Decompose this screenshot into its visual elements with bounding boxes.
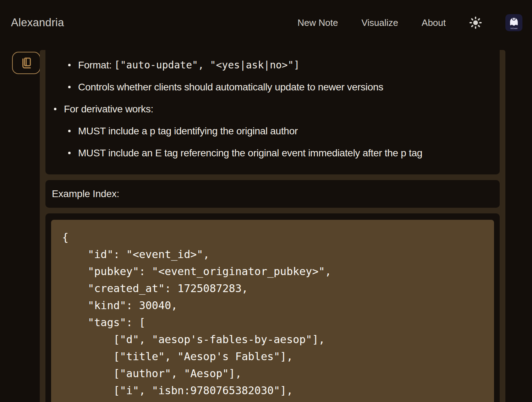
doc-card-example-label: Example Index: [45, 180, 500, 208]
code-line: "pubkey": "<event_originator_pubkey>", [62, 263, 483, 280]
nav-new-note[interactable]: New Note [297, 17, 338, 28]
list-item-text: MUST include an E tag referencing the or… [78, 147, 422, 159]
nav-visualize[interactable]: Visualize [361, 17, 398, 28]
code-line: ["title", "Aesop's Fables"], [62, 348, 483, 365]
inline-code: ["auto-update", "<yes|ask|no>"] [114, 59, 300, 71]
list-item: MUST include a p tag identifying the ori… [68, 125, 500, 137]
list-item: Controls whether clients should automati… [68, 81, 500, 93]
list-item: Format: ["auto-update", "<yes|ask|no>"] [68, 59, 500, 71]
code-line: "tags": [ [62, 314, 483, 331]
code-line: ["i", "isbn:9780765382030"], [62, 382, 483, 399]
app-root: Alexandria New Note Visualize About [0, 0, 532, 402]
bullet-dot [68, 130, 71, 132]
code-line: "kind": 30040, [62, 297, 483, 314]
gitcitadel-logo-icon: GitCitadel [505, 14, 522, 31]
book-icon [20, 56, 33, 70]
list-item: MUST include an E tag referencing the or… [68, 147, 500, 159]
app-title: Alexandria [11, 16, 64, 29]
logo-text: GitCitadel [510, 28, 517, 29]
json-code-block: { "id": "<event_id>", "pubkey": "<event_… [51, 220, 494, 402]
code-line: { [62, 229, 483, 246]
doc-card-code: { "id": "<event_id>", "pubkey": "<event_… [45, 213, 500, 402]
format-label: Format: [78, 60, 114, 71]
code-line: ["d", "aesop's-fables-by-aesop"], [62, 331, 483, 348]
bullet-dot [68, 86, 71, 88]
main-nav: New Note Visualize About [297, 14, 522, 31]
list-item-text: For derivative works: [64, 103, 153, 115]
code-line: ["author", "Aesop"], [62, 365, 483, 382]
example-index-label: Example Index: [52, 188, 119, 200]
toc-toggle-button[interactable] [12, 52, 40, 74]
bullet-dot [68, 64, 71, 66]
list-item-text: Controls whether clients should automati… [78, 81, 383, 93]
top-bar: Alexandria New Note Visualize About [0, 0, 532, 45]
content-panel: Format: ["auto-update", "<yes|ask|no>"] … [40, 50, 505, 402]
bullet-dot [54, 108, 56, 110]
doc-card-requirements: Format: ["auto-update", "<yes|ask|no>"] … [45, 50, 500, 174]
list-item-text: MUST include a p tag identifying the ori… [78, 125, 298, 137]
code-line: "id": "<event_id>", [62, 246, 483, 263]
bullet-dot [68, 152, 71, 154]
code-line: "created_at": 1725087283, [62, 280, 483, 297]
list-item-text: Format: ["auto-update", "<yes|ask|no>"] [78, 59, 300, 71]
nav-about[interactable]: About [422, 17, 446, 28]
list-item: For derivative works: [54, 103, 500, 115]
theme-toggle-button[interactable] [469, 16, 482, 29]
sun-icon [469, 16, 482, 29]
gitcitadel-logo[interactable]: GitCitadel [505, 14, 522, 31]
